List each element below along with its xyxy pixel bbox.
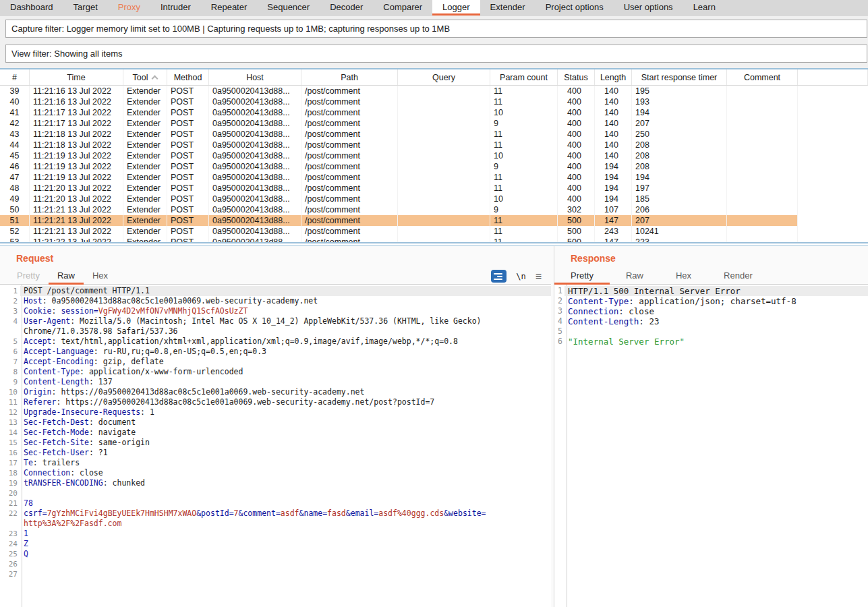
editor-line: 4User-Agent: Mozilla/5.0 (Macintosh; Int…: [0, 316, 551, 337]
log-row-48[interactable]: 4811:21:20 13 Jul 2022ExtenderPOST0a9500…: [0, 183, 868, 194]
log-row-43[interactable]: 4311:21:18 13 Jul 2022ExtenderPOST0a9500…: [0, 129, 868, 140]
logger-table-header: #TimeToolMethodHostPathQueryParam countS…: [0, 69, 868, 86]
cell: /post/comment: [301, 204, 398, 215]
format-code-button[interactable]: [491, 270, 507, 283]
cell: 0a9500020413d88...: [209, 150, 301, 161]
log-row-42[interactable]: 4211:21:17 13 Jul 2022ExtenderPOST0a9500…: [0, 118, 868, 129]
capture-filter-bar[interactable]: Capture filter: Logger memory limit set …: [5, 20, 867, 38]
response-tab-pretty[interactable]: Pretty: [554, 268, 610, 285]
cell: Extender: [123, 96, 167, 107]
cell: Extender: [123, 86, 167, 96]
menu-tab-sequencer[interactable]: Sequencer: [257, 0, 320, 16]
menu-tab-target[interactable]: Target: [63, 0, 108, 16]
indent-lines-icon: [494, 273, 502, 280]
cell: 400: [558, 194, 595, 204]
editor-line: 6"Internal Server Error": [554, 337, 868, 347]
cell: 9: [490, 118, 558, 129]
column-header-time[interactable]: Time: [30, 69, 123, 85]
line-number: 19: [0, 478, 20, 488]
column-header-length[interactable]: Length: [595, 69, 632, 85]
menu-tab-learn[interactable]: Learn: [683, 0, 726, 16]
menu-tab-dashboard[interactable]: Dashboard: [0, 0, 63, 16]
response-editor[interactable]: 1HTTP/1.1 500 Internal Server Error2Cont…: [554, 285, 868, 607]
request-editor[interactable]: 1POST /post/comment HTTP/1.12Host: 0a950…: [0, 285, 551, 607]
line-number: 4: [0, 316, 20, 337]
log-row-50[interactable]: 5011:21:21 13 Jul 2022ExtenderPOST0a9500…: [0, 204, 868, 215]
cell: 0a9500020413d88...: [209, 194, 301, 204]
log-row-52[interactable]: 5211:21:21 13 Jul 2022ExtenderPOST0a9500…: [0, 226, 868, 237]
column-header-method[interactable]: Method: [167, 69, 209, 85]
log-row-51[interactable]: 5111:21:21 13 Jul 2022ExtenderPOST0a9500…: [0, 215, 868, 226]
column-header-number[interactable]: #: [0, 69, 30, 85]
cell: 194: [595, 172, 632, 183]
log-row-40[interactable]: 4011:21:16 13 Jul 2022ExtenderPOST0a9500…: [0, 96, 868, 107]
log-row-47[interactable]: 4711:21:19 13 Jul 2022ExtenderPOST0a9500…: [0, 172, 868, 183]
log-row-45[interactable]: 4511:21:19 13 Jul 2022ExtenderPOST0a9500…: [0, 150, 868, 161]
line-number: 22: [0, 509, 20, 529]
cell: 400: [558, 107, 595, 118]
cell: /post/comment: [301, 96, 398, 107]
line-number: 10: [0, 387, 20, 397]
log-row-41[interactable]: 4111:21:17 13 Jul 2022ExtenderPOST0a9500…: [0, 107, 868, 118]
menu-tab-comparer[interactable]: Comparer: [373, 0, 432, 16]
line-content: Sec-Fetch-Site: same-origin: [20, 438, 551, 448]
cell: Extender: [123, 172, 167, 183]
column-header-param-count[interactable]: Param count: [490, 69, 558, 85]
cell: 11:21:19 13 Jul 2022: [30, 172, 123, 183]
view-filter-bar[interactable]: View filter: Showing all items: [5, 45, 867, 63]
column-header-query[interactable]: Query: [398, 69, 490, 85]
editor-line: 16Sec-Fetch-User: ?1: [0, 448, 551, 458]
cell: 0a9500020413d88...: [209, 183, 301, 194]
menu-tab-user-options[interactable]: User options: [614, 0, 683, 16]
editor-line: 20: [0, 488, 551, 498]
column-header-path[interactable]: Path: [301, 69, 398, 85]
menu-tab-logger[interactable]: Logger: [432, 0, 480, 16]
cell: [398, 237, 490, 243]
cell: 11:21:21 13 Jul 2022: [30, 215, 123, 226]
response-tab-raw[interactable]: Raw: [610, 268, 660, 285]
column-header-start-response-timer[interactable]: Start response timer: [632, 69, 727, 85]
column-header-tool[interactable]: Tool: [123, 69, 167, 85]
cell: [398, 226, 490, 237]
cell: /post/comment: [301, 150, 398, 161]
line-content: Z: [20, 539, 551, 549]
response-tab-hex[interactable]: Hex: [660, 268, 707, 285]
request-tab-hex[interactable]: Hex: [84, 268, 117, 285]
menu-tab-intruder[interactable]: Intruder: [150, 0, 201, 16]
editor-line: 3Connection: close: [554, 306, 868, 316]
cell: 400: [558, 129, 595, 140]
log-row-44[interactable]: 4411:21:18 13 Jul 2022ExtenderPOST0a9500…: [0, 140, 868, 150]
line-content: POST /post/comment HTTP/1.1: [20, 286, 551, 296]
log-row-39[interactable]: 3911:21:16 13 Jul 2022ExtenderPOST0a9500…: [0, 86, 868, 96]
cell: [727, 161, 798, 172]
show-newlines-toggle[interactable]: \n: [516, 272, 525, 281]
editor-menu-button[interactable]: ≡: [536, 272, 542, 281]
cell: Extender: [123, 118, 167, 129]
request-tab-raw[interactable]: Raw: [49, 268, 84, 285]
menu-tab-decoder[interactable]: Decoder: [320, 0, 373, 16]
response-panel: Response PrettyRawHexRender 1HTTP/1.1 50…: [554, 246, 868, 607]
line-content: Q: [20, 549, 551, 559]
menu-tab-repeater[interactable]: Repeater: [201, 0, 257, 16]
menu-tab-project-options[interactable]: Project options: [536, 0, 614, 16]
column-header-host[interactable]: Host: [209, 69, 301, 85]
log-row-53[interactable]: 5311:21:22 13 Jul 2022ExtenderPOST0a9500…: [0, 237, 868, 243]
cell: POST: [167, 237, 209, 243]
column-header-status[interactable]: Status: [558, 69, 595, 85]
cell: [398, 140, 490, 150]
menu-tab-extender[interactable]: Extender: [480, 0, 536, 16]
cell: POST: [167, 118, 209, 129]
response-tab-render[interactable]: Render: [707, 268, 769, 285]
menu-tab-proxy[interactable]: Proxy: [108, 0, 150, 16]
log-row-49[interactable]: 4911:21:20 13 Jul 2022ExtenderPOST0a9500…: [0, 194, 868, 204]
column-header-comment[interactable]: Comment: [727, 69, 798, 85]
log-row-46[interactable]: 4611:21:19 13 Jul 2022ExtenderPOST0a9500…: [0, 161, 868, 172]
request-editor-controls: \n ≡: [491, 270, 542, 283]
cell: 11: [490, 226, 558, 237]
cell: 197: [632, 183, 727, 194]
cell: 107: [595, 204, 632, 215]
cell: Extender: [123, 226, 167, 237]
request-tab-pretty[interactable]: Pretty: [8, 268, 49, 285]
cell: [727, 215, 798, 226]
cell: POST: [167, 226, 209, 237]
